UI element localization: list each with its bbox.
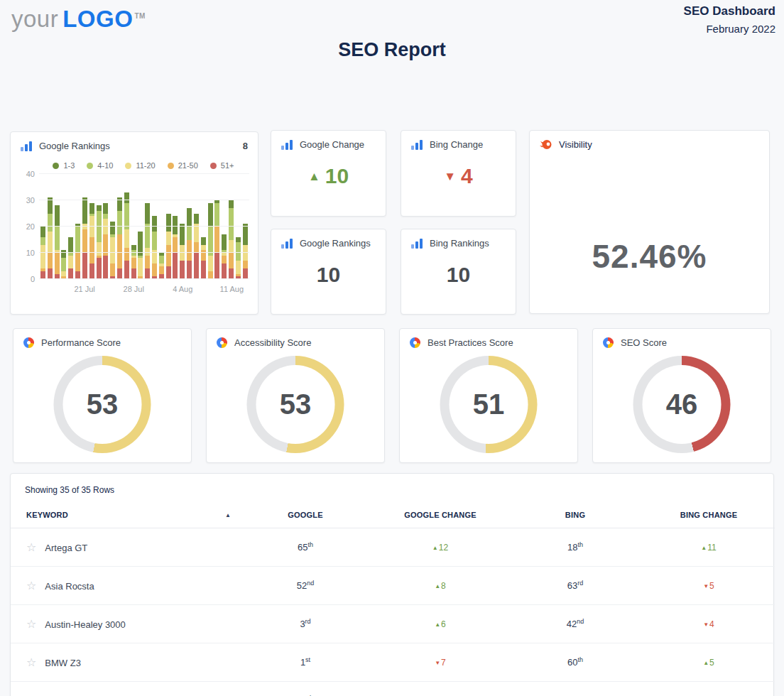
favorite-star-icon[interactable]: ☆ xyxy=(26,541,36,553)
bar-segment xyxy=(89,216,94,237)
table-row: ☆Austin-Healey 30003rd▲642nd▼4 xyxy=(11,605,775,643)
bar-segment xyxy=(243,261,248,268)
change-up-value: ▲5 xyxy=(703,658,714,668)
legend-dot-icon xyxy=(210,163,217,169)
bar-segment xyxy=(214,227,219,253)
arrow-up-icon: ▲ xyxy=(703,660,709,666)
change-up-value: ▲8 xyxy=(435,581,446,591)
bar-segment xyxy=(166,214,171,232)
bar-segment xyxy=(243,245,248,261)
bar-segment xyxy=(187,240,192,261)
bar-chart-icon xyxy=(411,238,423,249)
bar-segment xyxy=(145,268,150,279)
favorite-star-icon[interactable]: ☆ xyxy=(26,618,36,630)
bar-segment xyxy=(208,203,213,227)
bar-segment xyxy=(82,229,87,253)
stacked-bar xyxy=(138,232,143,279)
bar-segment xyxy=(89,263,94,279)
bar-segment xyxy=(201,237,206,245)
dashboard-title: SEO Dashboard xyxy=(684,4,775,18)
stacked-bar xyxy=(187,208,192,279)
keyword-label: BMW Z3 xyxy=(45,658,81,668)
google-change: ▲7 xyxy=(373,682,508,696)
table-row: ☆Artega GT65th▲1218th▲11 xyxy=(11,528,775,567)
bar-segment xyxy=(222,263,227,279)
bar-segment xyxy=(194,224,199,242)
google-change: ▲12 xyxy=(373,528,508,567)
stacked-bar xyxy=(61,250,66,279)
stacked-bar xyxy=(40,227,45,279)
y-axis-tick-label: 40 xyxy=(19,170,35,178)
bar-chart-icon xyxy=(281,238,293,249)
column-header-bing-change[interactable]: BING CHANGE xyxy=(643,504,775,528)
bar-segment xyxy=(229,208,234,239)
bar-segment xyxy=(214,203,219,227)
card-title: Bing Change xyxy=(430,139,506,150)
stacked-bar xyxy=(124,192,129,279)
legend-item: 4-10 xyxy=(87,161,113,170)
bar-chart-icon xyxy=(281,139,293,150)
bar-segment xyxy=(173,253,178,279)
google-change: ▲8 xyxy=(373,567,508,605)
column-header-google[interactable]: GOOGLE xyxy=(238,504,373,528)
keyword-label: Austin-Healey 3000 xyxy=(45,619,125,630)
change-direction-icon: ▼ xyxy=(444,170,456,183)
card-title: Best Practices Score xyxy=(428,337,567,348)
google-rank: 65th xyxy=(238,528,373,567)
bar-segment xyxy=(103,219,108,234)
bar-segment xyxy=(55,227,60,250)
bar-segment xyxy=(124,261,129,279)
bar-segment xyxy=(166,245,171,266)
bar-segment xyxy=(40,237,45,245)
stacked-bar xyxy=(131,245,136,279)
legend-item: 1-3 xyxy=(53,161,75,170)
stacked-bar xyxy=(145,203,150,279)
bing-change: ▼5 xyxy=(643,567,775,605)
card-title: Visibility xyxy=(559,139,759,150)
bar-segment xyxy=(187,261,192,279)
bar-segment xyxy=(48,214,53,232)
bing-change: ▲11 xyxy=(643,528,775,567)
legend-item: 21-50 xyxy=(168,161,198,170)
bing-rank: 1st xyxy=(508,682,643,696)
score-gauge-card: SEO Score46 xyxy=(592,328,771,463)
legend-item: 11-20 xyxy=(125,161,155,170)
bing-rank: 63rd xyxy=(508,567,643,605)
bar-segment xyxy=(110,263,115,277)
y-axis-tick-label: 20 xyxy=(19,222,35,231)
gridline xyxy=(39,278,249,279)
stacked-bar xyxy=(97,205,102,279)
bing-rankings-card: Bing Rankings 10 xyxy=(401,229,516,315)
bar-segment xyxy=(40,245,45,268)
logo-tm-mark: TM xyxy=(134,12,145,20)
score-gauge-card: Accessibility Score53 xyxy=(206,328,385,463)
bar-segment xyxy=(229,253,234,268)
card-title: Google Rankings xyxy=(39,141,236,151)
bing-rankings-value: 10 xyxy=(401,253,516,297)
rows-summary: Showing 35 of 35 Rows xyxy=(11,474,773,504)
stacked-bar xyxy=(236,237,241,279)
bar-segment xyxy=(131,258,136,268)
sort-indicator-icon: ▲ xyxy=(225,512,231,518)
column-header-bing[interactable]: BING xyxy=(508,504,643,528)
bar-segment xyxy=(145,203,150,224)
google-rank: 58th xyxy=(238,682,373,696)
stacked-bar xyxy=(117,197,122,279)
bar-segment xyxy=(243,224,248,245)
favorite-star-icon[interactable]: ☆ xyxy=(26,656,36,668)
column-header-keyword[interactable]: KEYWORD▲ xyxy=(11,504,238,528)
bar-segment xyxy=(229,200,234,208)
card-title: Bing Rankings xyxy=(430,238,506,249)
card-title: Performance Score xyxy=(41,337,181,348)
bar-segment xyxy=(138,258,143,276)
bar-segment xyxy=(97,258,102,279)
bar-segment xyxy=(229,240,234,254)
column-header-google-change[interactable]: GOOGLE CHANGE xyxy=(373,504,508,528)
google-rank: 1st xyxy=(238,643,373,682)
pagespeed-icon xyxy=(217,337,227,348)
gridline xyxy=(39,252,249,253)
favorite-star-icon[interactable]: ☆ xyxy=(26,580,36,592)
score-donut-gauge: 46 xyxy=(633,356,731,453)
bar-segment xyxy=(48,268,53,279)
bar-segment xyxy=(55,253,60,274)
